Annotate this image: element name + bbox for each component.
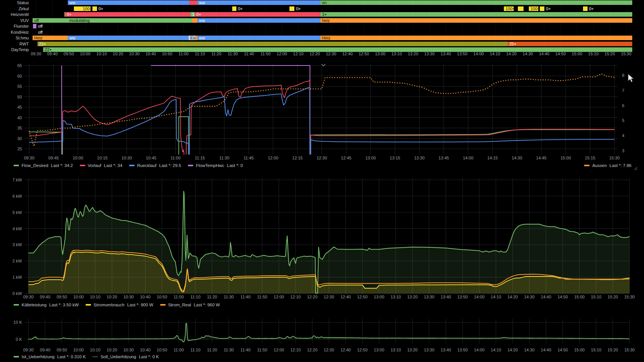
svg-text:09:40: 09:40 xyxy=(40,295,50,299)
y-axis-labels: 10 K0 K xyxy=(13,320,22,342)
state-segment[interactable] xyxy=(518,6,524,11)
timeline-row-label: St.hmu xyxy=(0,36,29,40)
state-segment[interactable]: 0+ xyxy=(195,12,320,17)
timeline-axis-tick: 10:00 xyxy=(80,51,91,56)
timeline-axis-tick: 11:00 xyxy=(178,51,189,56)
legend-item[interactable]: AussenLast *: 7.86 xyxy=(584,163,631,168)
superheat-chart-canvas[interactable]: 10 K0 K09:3009:4009:5010:0010:1010:2010:… xyxy=(0,314,644,354)
chevron-down-icon[interactable] xyxy=(321,63,326,67)
power-chart-canvas[interactable]: 7 kW6 kW5 kW4 kW3 kW2 kW1 kW0 kW09:3009:… xyxy=(0,174,644,301)
legend-item[interactable]: KälteleistungLast *: 3.50 kW xyxy=(14,303,79,307)
timeline-axis-tick: 11:10 xyxy=(195,51,205,56)
state-segment-label: off xyxy=(38,24,42,28)
svg-text:11:30: 11:30 xyxy=(224,295,234,299)
chart-grid xyxy=(25,319,630,343)
series-line-FlowTempHwc xyxy=(151,66,310,163)
legend-series-name: Stromverbrauch xyxy=(94,303,125,307)
timeline-axis-tick: 09:40 xyxy=(47,51,58,56)
svg-text:11:20: 11:20 xyxy=(207,348,217,352)
legend-series-value: Last *: 34 xyxy=(104,163,122,168)
state-segment[interactable]: ww xyxy=(197,36,320,40)
legend-item[interactable]: FlowTempHwcLast *: 0 xyxy=(188,163,243,168)
timeline-axis-tick: 10:50 xyxy=(162,51,172,56)
svg-text:13:45: 13:45 xyxy=(439,156,449,160)
svg-text:11:00: 11:00 xyxy=(174,348,184,352)
state-segment[interactable]: Heiz xyxy=(320,36,632,40)
state-segment[interactable]: 0+ xyxy=(65,12,191,17)
timeline-axis-tick: 12:00 xyxy=(277,51,287,56)
state-segment[interactable] xyxy=(289,6,294,11)
timeline-axis-tick: 12:30 xyxy=(326,51,336,56)
legend-swatch-icon xyxy=(14,165,19,166)
svg-text:6: 6 xyxy=(622,103,624,108)
svg-text:11:30: 11:30 xyxy=(219,156,230,160)
state-segment-label: 0+ xyxy=(546,6,551,11)
svg-text:15:15: 15:15 xyxy=(585,156,596,160)
legend-item[interactable]: StromverbrauchLast *: 900 W xyxy=(86,303,153,307)
state-segment[interactable]: heiz xyxy=(320,18,632,23)
svg-text:11:40: 11:40 xyxy=(241,295,251,299)
timeline-axis-tick: 10:30 xyxy=(129,51,140,56)
state-segment[interactable] xyxy=(192,18,197,23)
state-segment[interactable] xyxy=(583,6,588,11)
timeline-axis-tick: 15:30 xyxy=(621,51,631,56)
svg-text:4: 4 xyxy=(622,133,624,138)
state-segment[interactable]: on xyxy=(320,0,632,5)
state-segment[interactable]: 23+ xyxy=(38,42,508,46)
x-axis-labels: 09:3009:4510:0010:1510:3010:4511:0011:15… xyxy=(24,156,620,160)
state-segment-label: modulating xyxy=(68,18,90,23)
legend-item[interactable]: Ist_UeberhitzungLast *: 0.310 K xyxy=(14,354,86,359)
svg-text:15:00: 15:00 xyxy=(560,156,571,160)
state-segment[interactable] xyxy=(189,0,198,5)
state-segment[interactable]: ww xyxy=(68,0,189,5)
svg-text:14:10: 14:10 xyxy=(491,295,501,299)
svg-text:15:20: 15:20 xyxy=(608,295,618,299)
state-segment[interactable]: 25+ xyxy=(508,42,632,46)
state-segment[interactable]: Eis xyxy=(189,36,195,40)
legend-item[interactable]: RuecklaufLast *: 29.5 xyxy=(129,163,181,168)
state-segment-label: 22+ xyxy=(43,47,52,52)
power-chart-legend: KälteleistungLast *: 3.50 kWStromverbrau… xyxy=(14,303,644,307)
legend-item[interactable]: Strom_RealLast *: 960 W xyxy=(160,303,220,307)
legend-item[interactable]: Flow_DesiredLast *: 34.2 xyxy=(14,163,73,168)
state-segment-label: Heiz xyxy=(320,36,330,40)
state-segment[interactable]: 100+ xyxy=(504,6,513,11)
svg-text:55: 55 xyxy=(17,84,22,89)
panel-resize-handle-icon[interactable] xyxy=(634,167,638,170)
legend-item[interactable]: Soll_UeberhitzungLast *: 0 K xyxy=(92,354,159,359)
svg-text:11:10: 11:10 xyxy=(190,295,200,299)
state-segment[interactable]: modulating xyxy=(68,18,192,23)
legend-swatch-icon xyxy=(129,165,134,166)
state-segment[interactable]: 100+ xyxy=(529,6,538,11)
state-segment-label: ww xyxy=(197,0,205,5)
state-segment[interactable]: ww xyxy=(197,0,320,5)
state-segment[interactable]: off xyxy=(33,18,68,23)
svg-text:11:10: 11:10 xyxy=(190,348,200,352)
state-segment[interactable] xyxy=(33,24,36,28)
state-segment[interactable]: 1+ xyxy=(320,12,632,17)
svg-text:14:00: 14:00 xyxy=(474,295,485,299)
state-segment[interactable]: ww xyxy=(197,18,320,23)
svg-text:10:45: 10:45 xyxy=(146,156,156,160)
svg-text:14:00: 14:00 xyxy=(474,348,485,352)
state-segment[interactable]: Heiz xyxy=(33,36,68,40)
state-segment[interactable] xyxy=(92,6,97,11)
state-segment[interactable]: ww xyxy=(68,36,189,40)
state-segment[interactable] xyxy=(232,6,236,11)
state-segment-label: off xyxy=(33,18,39,23)
timeline-axis-tick: 13:10 xyxy=(391,51,402,56)
state-segment[interactable]: 100+ xyxy=(81,6,90,11)
legend-series-name: Ruecklauf xyxy=(137,163,156,168)
legend-item[interactable]: VorlaufLast *: 34 xyxy=(80,163,122,168)
state-segment[interactable] xyxy=(540,6,544,11)
svg-text:09:45: 09:45 xyxy=(48,156,59,160)
state-segment[interactable]: 22+ xyxy=(43,47,632,52)
svg-text:14:00: 14:00 xyxy=(463,156,474,160)
temperature-chart-canvas[interactable]: 65605550454035302587654309:3009:4510:001… xyxy=(0,57,644,163)
svg-text:12:00: 12:00 xyxy=(268,156,278,160)
state-segment[interactable]: 1+ xyxy=(191,12,195,17)
state-segment[interactable] xyxy=(74,6,81,11)
state-segment-label: 0+ xyxy=(65,12,72,17)
svg-text:12:00: 12:00 xyxy=(274,348,284,352)
timeline-row-label: Status xyxy=(0,0,29,5)
